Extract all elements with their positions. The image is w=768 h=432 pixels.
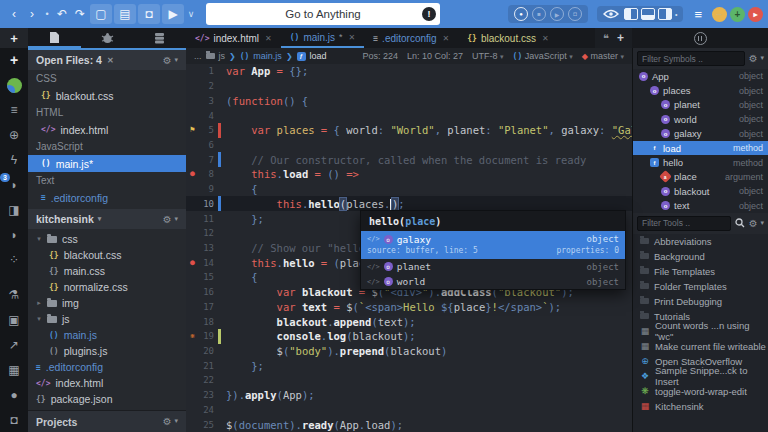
breadcrumb-file[interactable]: main.js xyxy=(253,51,282,61)
symbol-row[interactable]: oblackoutobject xyxy=(633,184,768,198)
symbol-row[interactable]: aplaceargument xyxy=(633,170,768,184)
tools-gear-icon[interactable]: ⚙ ▾ xyxy=(749,218,764,229)
symbol-row[interactable]: oworldobject xyxy=(633,112,768,126)
komodo-logo-icon[interactable] xyxy=(4,76,24,94)
completion-item[interactable]: </>oplanetobject xyxy=(361,259,625,274)
add-split-icon[interactable]: + xyxy=(617,31,624,45)
media-icon[interactable]: ▦ xyxy=(4,361,24,379)
back-icon[interactable]: ‹ xyxy=(5,4,23,24)
panel-tab-database[interactable] xyxy=(133,28,186,48)
tree-folder[interactable]: ▾js xyxy=(28,311,186,327)
view-dropdown-icon[interactable]: • xyxy=(675,11,677,18)
close-tab-icon[interactable]: ✕ xyxy=(542,34,549,43)
symbol-row[interactable]: floadmethod xyxy=(633,141,768,155)
flame-icon[interactable]: ❋ xyxy=(186,332,199,340)
breadcrumb-symbol[interactable]: load xyxy=(310,51,327,61)
symbol-row[interactable]: otextobject xyxy=(633,199,768,213)
symbol-row[interactable]: ogalaxyobject xyxy=(633,127,768,141)
panel-layout-icon[interactable]: ◨ xyxy=(4,201,24,219)
tree-file[interactable]: </>index.html xyxy=(28,375,186,391)
filter-symbols-input[interactable]: Filter Symbols .. xyxy=(637,51,745,66)
symbol-row[interactable]: oplanetobject xyxy=(633,98,768,112)
project-header[interactable]: kitchensink ▾ ⚙ ▾ xyxy=(28,209,186,229)
minimap-icon[interactable]: ◗ xyxy=(4,226,24,244)
open-files-panel-icon[interactable]: ≡ xyxy=(4,101,24,119)
status-git-branch[interactable]: ◆ master ▾ xyxy=(582,51,624,61)
tool-item[interactable]: Folder Templates xyxy=(633,279,768,294)
profiler-icon[interactable]: ↗ xyxy=(4,336,24,354)
status-encoding[interactable]: UTF-8 ▾ xyxy=(472,51,504,61)
editor-tab-blackoutcss[interactable]: {}blackout.css✕ xyxy=(458,28,557,48)
unit-test-icon[interactable]: ⚗ xyxy=(4,286,24,304)
session-save-icon[interactable]: ◘ xyxy=(4,411,24,429)
bookmark-icon[interactable]: ⚑ xyxy=(186,126,199,134)
tree-file[interactable]: {}blackout.css xyxy=(28,247,186,263)
new-item-icon[interactable]: + xyxy=(4,51,24,69)
preview-eye-icon[interactable] xyxy=(603,9,619,19)
tree-file[interactable]: ()main.js xyxy=(28,327,186,343)
search-icon[interactable] xyxy=(735,218,745,228)
close-tab-icon[interactable]: ✕ xyxy=(443,34,450,43)
tool-item[interactable]: ❖Sample Snippe...ck to Insert xyxy=(633,369,768,384)
open-file-item[interactable]: ≡.editorconfig xyxy=(28,189,186,206)
project-gear-icon[interactable]: ⚙ ▾ xyxy=(163,214,178,225)
tree-folder[interactable]: ▾css xyxy=(28,231,186,247)
editor-tab-mainjs[interactable]: ()main.js*✕ xyxy=(281,28,365,48)
tool-item[interactable]: Abbreviations xyxy=(633,234,768,249)
breadcrumb-overflow[interactable]: ... xyxy=(194,51,202,61)
editor-tab-editorconfig[interactable]: ≡.editorconfig✕ xyxy=(364,28,458,48)
syntax-check-icon[interactable]: ◗3 xyxy=(4,176,24,194)
publish-sync-icon[interactable]: ⊕ xyxy=(4,126,24,144)
undo-icon[interactable]: ↶ xyxy=(53,4,71,24)
open-file-icon[interactable]: ▤ xyxy=(114,4,136,24)
tool-item[interactable]: Print Debugging xyxy=(633,294,768,309)
completion-item-selected[interactable]: </>ogalaxyobjectsource: buffer, line: 5p… xyxy=(361,231,625,259)
tree-file[interactable]: ()plugins.js xyxy=(28,343,186,359)
tree-file[interactable]: {}normalize.css xyxy=(28,279,186,295)
redo-icon[interactable]: ↷ xyxy=(71,4,89,24)
status-language[interactable]: () JavaScript ▾ xyxy=(513,51,573,61)
symbol-row[interactable]: fhellomethod xyxy=(633,155,768,169)
feedback-icon[interactable]: ❝ xyxy=(603,32,609,45)
macro-play-button[interactable]: ▶ xyxy=(550,7,564,21)
symbol-row[interactable]: oAppobject xyxy=(633,69,768,83)
close-tab-icon[interactable]: ✕ xyxy=(349,33,356,42)
projects-gear-icon[interactable]: ⚙ ▾ xyxy=(163,416,178,427)
quick-launch-icon[interactable]: ϟ xyxy=(4,151,24,169)
symbols-gear-icon[interactable]: ⚙ ▾ xyxy=(749,53,764,64)
toggle-left-panel-button[interactable] xyxy=(624,8,638,20)
open-file-item[interactable]: {}blackout.css xyxy=(28,87,186,104)
macro-save-button[interactable]: ◘ xyxy=(568,7,582,21)
tool-item[interactable]: File Templates xyxy=(633,264,768,279)
ui-scale-increase-button[interactable]: + xyxy=(730,7,745,22)
tool-item[interactable]: ▦Count words ...n using "wc" xyxy=(633,324,768,339)
screenshot-icon[interactable]: ▣ xyxy=(4,311,24,329)
breakpoint-icon[interactable]: ● xyxy=(186,259,199,267)
breadcrumb-folder[interactable]: js xyxy=(219,51,226,61)
tool-item[interactable]: Background xyxy=(633,249,768,264)
tree-file[interactable]: ≡.editorconfig xyxy=(28,359,186,375)
tree-file[interactable]: {}package.json xyxy=(28,391,186,407)
tool-item[interactable]: ▦Make current file writeable xyxy=(633,339,768,354)
open-files-gear-icon[interactable]: ⚙ ▾ xyxy=(163,55,178,66)
panel-tab-toolbox[interactable] xyxy=(81,28,134,48)
tree-folder[interactable]: ▸img xyxy=(28,295,186,311)
record-icon[interactable]: ● xyxy=(4,386,24,404)
projects-footer[interactable]: Projects ⚙ ▾ xyxy=(28,410,186,432)
save-icon[interactable]: ◘ xyxy=(138,4,160,24)
new-file-icon[interactable]: ▢ xyxy=(90,4,112,24)
menu-hamburger-icon[interactable]: ≡ xyxy=(694,7,702,22)
go-to-anything-input[interactable]: Go to Anything ! xyxy=(206,3,440,25)
macro-record-button[interactable]: ● xyxy=(514,7,528,21)
ui-scale-decrease-button[interactable]: − xyxy=(712,7,727,22)
toolbar-dropdown-icon[interactable]: ∨ xyxy=(185,4,197,24)
toggle-bottom-panel-button[interactable] xyxy=(641,8,655,20)
open-file-item[interactable]: </>index.html xyxy=(28,121,186,138)
symbol-row[interactable]: oplacesobject xyxy=(633,83,768,97)
completion-item[interactable]: </>oworldobject xyxy=(361,274,625,289)
notifications-pause-icon[interactable] xyxy=(694,32,707,45)
editor-tab-indexhtml[interactable]: </>index.html✕ xyxy=(186,28,281,48)
share-icon[interactable]: ⁘ xyxy=(4,251,24,269)
open-file-item[interactable]: ()main.js* xyxy=(28,155,186,172)
screen-share-button[interactable]: ▸ xyxy=(748,7,763,22)
